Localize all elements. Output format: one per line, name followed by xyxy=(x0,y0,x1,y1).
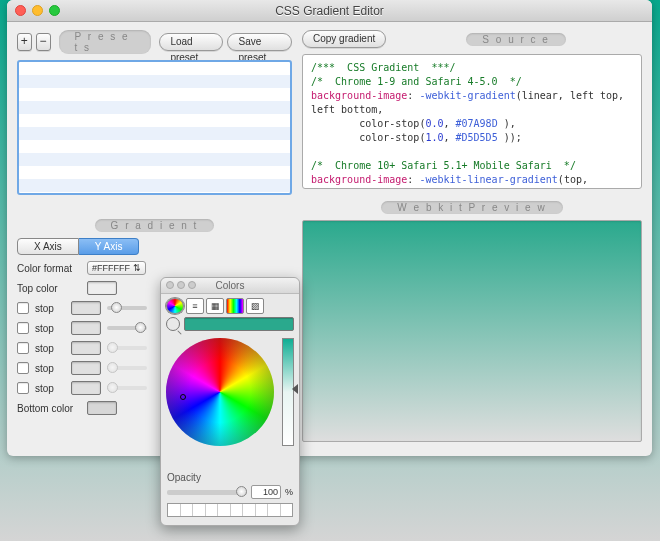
axis-segmented-control: X Axis Y Axis xyxy=(17,238,292,255)
copy-gradient-button[interactable]: Copy gradient xyxy=(302,30,386,48)
color-preview-row xyxy=(161,314,299,334)
opacity-section: Opacity 100 % xyxy=(161,472,299,499)
color-format-value: #FFFFFF xyxy=(92,263,130,273)
minimize-icon[interactable] xyxy=(177,281,185,289)
webkit-preview xyxy=(302,220,642,442)
spectrum-mode-icon[interactable] xyxy=(226,298,244,314)
code-property: background-image xyxy=(311,90,407,101)
stop-swatch[interactable] xyxy=(71,341,101,355)
brightness-thumb[interactable] xyxy=(292,384,298,394)
titlebar: CSS Gradient Editor xyxy=(7,0,652,22)
zoom-icon[interactable] xyxy=(49,5,60,16)
add-preset-button[interactable]: + xyxy=(17,33,32,51)
sliders-mode-icon[interactable]: ≡ xyxy=(186,298,204,314)
stop-offset-slider[interactable] xyxy=(107,346,147,350)
x-axis-tab[interactable]: X Axis xyxy=(17,238,79,255)
code-hex: #D5D5D5 xyxy=(456,132,498,143)
color-picker-titlebar: Colors xyxy=(161,278,299,294)
stop-checkbox[interactable] xyxy=(17,342,29,354)
preview-section-label: W e b k i t P r e v i e w xyxy=(381,201,562,214)
color-preview-swatch[interactable] xyxy=(184,317,294,331)
code-text: , xyxy=(395,188,401,189)
code-text: )); xyxy=(498,132,522,143)
opacity-value[interactable]: 100 xyxy=(251,485,281,499)
window-title: CSS Gradient Editor xyxy=(15,4,644,18)
wheel-mode-icon[interactable] xyxy=(166,298,184,314)
opacity-slider[interactable] xyxy=(167,490,247,495)
code-number: 1.0 xyxy=(425,132,443,143)
code-func: -webkit-linear-gradient xyxy=(419,174,557,185)
save-preset-button[interactable]: Save preset xyxy=(227,33,292,51)
code-func: -webkit-gradient xyxy=(419,90,515,101)
source-text[interactable]: /*** CSS Gradient ***/ /* Chrome 1-9 and… xyxy=(302,54,642,189)
code-number: 0.0 xyxy=(425,118,443,129)
close-icon[interactable] xyxy=(15,5,26,16)
code-comment: /* Chrome 10+ Safari 5.1+ Mobile Safari … xyxy=(311,160,576,171)
code-comment: /* Chrome 1-9 and Safari 4-5.0 */ xyxy=(311,76,522,87)
color-wheel[interactable] xyxy=(166,338,274,446)
gradient-section-label: G r a d i e n t xyxy=(95,219,215,232)
top-color-swatch[interactable] xyxy=(87,281,117,295)
code-text: color-stop( xyxy=(311,132,425,143)
crayons-mode-icon[interactable]: ▨ xyxy=(246,298,264,314)
source-toolbar: Copy gradient S o u r c e xyxy=(302,30,642,48)
code-property: background-image xyxy=(311,174,407,185)
magnifier-icon[interactable] xyxy=(166,317,180,331)
stop-label: stop xyxy=(35,303,65,314)
stop-label: stop xyxy=(35,363,65,374)
opacity-pct: % xyxy=(285,487,293,497)
presets-section-label: P r e s e t s xyxy=(59,30,152,54)
load-preset-button[interactable]: Load preset xyxy=(159,33,223,51)
remove-preset-button[interactable]: − xyxy=(36,33,51,51)
zoom-icon[interactable] xyxy=(188,281,196,289)
stop-label: stop xyxy=(35,323,65,334)
bottom-color-swatch[interactable] xyxy=(87,401,117,415)
palettes-mode-icon[interactable]: ▦ xyxy=(206,298,224,314)
stop-swatch[interactable] xyxy=(71,361,101,375)
stop-offset-slider[interactable] xyxy=(107,326,147,330)
code-text: , xyxy=(443,118,455,129)
chevron-updown-icon: ⇅ xyxy=(133,263,141,273)
y-axis-tab[interactable]: Y Axis xyxy=(79,238,140,255)
stop-label: stop xyxy=(35,343,65,354)
presets-toolbar: + − P r e s e t s Load preset Save prese… xyxy=(17,30,292,54)
color-picker-controls xyxy=(166,281,196,289)
stop-swatch[interactable] xyxy=(71,301,101,315)
color-wheel-cursor[interactable] xyxy=(180,394,186,400)
stop-offset-slider[interactable] xyxy=(107,386,147,390)
color-picker-panel[interactable]: Colors ≡ ▦ ▨ Opacity 100 % xyxy=(160,277,300,526)
stop-swatch[interactable] xyxy=(71,381,101,395)
stop-swatch[interactable] xyxy=(71,321,101,335)
code-hex: #07A98D xyxy=(311,188,395,189)
color-format-select[interactable]: #FFFFFF ⇅ xyxy=(87,261,146,275)
opacity-label: Opacity xyxy=(167,472,293,483)
color-format-row: Color format #FFFFFF ⇅ xyxy=(17,261,292,275)
color-format-label: Color format xyxy=(17,263,81,274)
stop-checkbox[interactable] xyxy=(17,302,29,314)
color-wheel-area xyxy=(166,338,294,468)
presets-list[interactable] xyxy=(17,60,292,195)
code-text: color-stop( xyxy=(311,118,425,129)
right-column: Copy gradient S o u r c e /*** CSS Gradi… xyxy=(302,30,642,442)
source-section-label: S o u r c e xyxy=(466,33,566,46)
stop-checkbox[interactable] xyxy=(17,322,29,334)
content-area: + − P r e s e t s Load preset Save prese… xyxy=(7,22,652,456)
code-text: , xyxy=(443,132,455,143)
stop-offset-slider[interactable] xyxy=(107,306,147,310)
bottom-color-label: Bottom color xyxy=(17,403,81,414)
stop-label: stop xyxy=(35,383,65,394)
color-picker-title: Colors xyxy=(216,280,245,291)
stop-offset-slider[interactable] xyxy=(107,366,147,370)
close-icon[interactable] xyxy=(166,281,174,289)
stop-checkbox[interactable] xyxy=(17,382,29,394)
code-text: ), xyxy=(498,118,516,129)
top-color-label: Top color xyxy=(17,283,81,294)
stop-checkbox[interactable] xyxy=(17,362,29,374)
window-controls xyxy=(15,5,60,16)
color-swatch-chips[interactable] xyxy=(167,503,293,517)
minimize-icon[interactable] xyxy=(32,5,43,16)
color-picker-modes: ≡ ▦ ▨ xyxy=(161,294,299,314)
app-window: CSS Gradient Editor + − P r e s e t s Lo… xyxy=(7,0,652,456)
code-hex: #07A98D xyxy=(456,118,498,129)
code-comment: /*** CSS Gradient ***/ xyxy=(311,62,456,73)
